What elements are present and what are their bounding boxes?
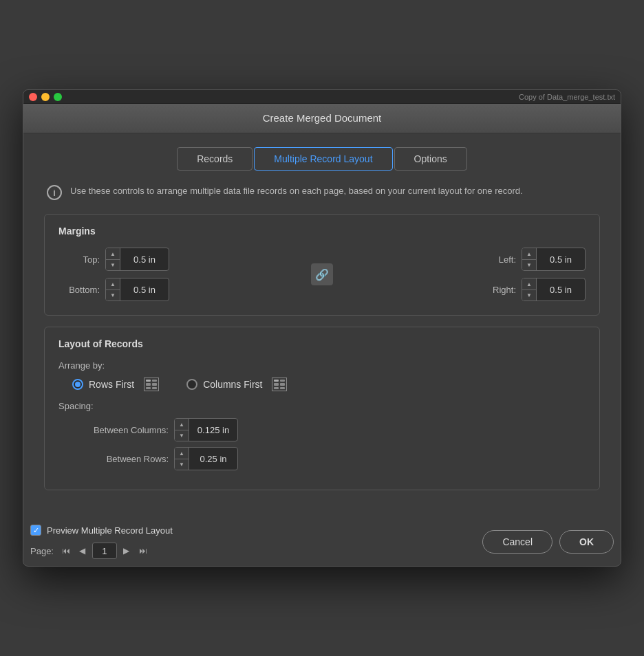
top-down-btn[interactable]: ▼ [106, 259, 120, 270]
info-icon: i [47, 185, 62, 200]
right-margin-row: Right: ▲ ▼ 0.5 in [475, 278, 586, 301]
dialog-content: Records Multiple Record Layout Options i… [23, 133, 621, 515]
between-rows-label: Between Rows: [72, 454, 169, 464]
last-page-btn[interactable]: ⏭ [136, 544, 150, 558]
maximize-button[interactable] [54, 93, 62, 101]
right-up-btn[interactable]: ▲ [522, 278, 536, 289]
top-spinner-buttons: ▲ ▼ [106, 248, 120, 270]
left-spinner: ▲ ▼ 0.5 in [522, 248, 586, 271]
between-columns-row: Between Columns: ▲ ▼ 0.125 in [58, 418, 586, 441]
minimize-button[interactable] [41, 93, 50, 101]
left-value: 0.5 in [537, 252, 585, 267]
bottom-label: Bottom: [58, 285, 100, 295]
margins-title: Margins [58, 226, 586, 237]
left-margin-row: Left: ▲ ▼ 0.5 in [475, 248, 586, 271]
between-rows-value: 0.25 in [189, 451, 237, 467]
close-button[interactable] [29, 93, 37, 101]
top-label: Top: [58, 254, 100, 265]
title-bar: Create Merged Document [23, 104, 621, 133]
layout-title: Layout of Records [58, 338, 586, 349]
margins-panel: Margins Top: ▲ ▼ 0.5 in [44, 214, 600, 316]
bottom-left: ✓ Preview Multiple Record Layout Page: ⏮… [30, 525, 173, 559]
left-spinner-buttons: ▲ ▼ [522, 248, 537, 270]
rows-first-icon [144, 378, 159, 391]
rows-first-option[interactable]: Rows First [72, 378, 159, 391]
columns-first-radio[interactable] [186, 379, 197, 390]
top-spinner: ▲ ▼ 0.5 in [105, 248, 169, 271]
bottom-controls: ✓ Preview Multiple Record Layout Page: ⏮… [23, 515, 621, 566]
between-rows-up-btn[interactable]: ▲ [175, 448, 189, 459]
between-columns-value: 0.125 in [189, 422, 237, 438]
layout-panel: Layout of Records Arrange by: Rows First [44, 327, 600, 490]
columns-first-option[interactable]: Columns First [186, 378, 287, 391]
spacing-label: Spacing: [58, 401, 586, 411]
margins-left: Top: ▲ ▼ 0.5 in Bottom: [58, 248, 169, 301]
preview-checkbox-row: ✓ Preview Multiple Record Layout [30, 525, 173, 536]
between-rows-row: Between Rows: ▲ ▼ 0.25 in [58, 447, 586, 470]
between-columns-down-btn[interactable]: ▼ [175, 430, 189, 441]
info-box: i Use these controls to arrange multiple… [44, 184, 600, 200]
right-spinner-buttons: ▲ ▼ [522, 278, 537, 300]
info-text: Use these controls to arrange multiple d… [70, 184, 523, 198]
margins-right: Left: ▲ ▼ 0.5 in Right: [475, 248, 586, 301]
bottom-spinner-buttons: ▲ ▼ [106, 278, 120, 300]
spacing-section: Spacing: Between Columns: ▲ ▼ 0.125 in B… [58, 401, 586, 470]
between-rows-spinner: ▲ ▼ 0.25 in [174, 447, 238, 470]
check-icon: ✓ [33, 527, 39, 534]
between-columns-label: Between Columns: [72, 425, 169, 435]
right-value: 0.5 in [537, 282, 585, 298]
dialog: Copy of Data_merge_test.txt Create Merge… [23, 89, 621, 567]
between-rows-down-btn[interactable]: ▼ [175, 459, 189, 470]
rows-first-radio-dot [75, 382, 80, 387]
bottom-spinner: ▲ ▼ 0.5 in [105, 278, 169, 301]
arrange-label: Arrange by: [58, 360, 586, 371]
rows-first-label: Rows First [89, 379, 134, 390]
right-down-btn[interactable]: ▼ [522, 289, 536, 300]
preview-label: Preview Multiple Record Layout [47, 525, 173, 536]
page-label: Page: [30, 546, 54, 556]
preview-checkbox[interactable]: ✓ [30, 525, 41, 536]
left-up-btn[interactable]: ▲ [522, 248, 536, 259]
prev-page-btn[interactable]: ◀ [76, 544, 89, 558]
top-value: 0.5 in [120, 252, 169, 267]
between-columns-up-btn[interactable]: ▲ [175, 419, 189, 430]
left-down-btn[interactable]: ▼ [522, 259, 536, 270]
tab-group: Records Multiple Record Layout Options [44, 147, 600, 171]
right-label: Right: [475, 285, 516, 295]
window-bar: Copy of Data_merge_test.txt [23, 90, 621, 104]
columns-first-label: Columns First [203, 379, 262, 390]
link-icon[interactable]: 🔗 [311, 263, 333, 285]
margins-grid: Top: ▲ ▼ 0.5 in Bottom: [58, 248, 586, 301]
cancel-button[interactable]: Cancel [482, 530, 552, 554]
tab-records[interactable]: Records [177, 147, 253, 171]
page-input[interactable] [92, 543, 117, 559]
ok-button[interactable]: OK [559, 530, 614, 554]
between-columns-spinner-buttons: ▲ ▼ [175, 419, 189, 441]
top-margin-row: Top: ▲ ▼ 0.5 in [58, 248, 169, 271]
arrange-radio-group: Rows First [58, 378, 586, 391]
right-spinner: ▲ ▼ 0.5 in [522, 278, 586, 301]
tab-options[interactable]: Options [394, 147, 467, 171]
rows-first-radio[interactable] [72, 379, 83, 390]
bottom-value: 0.5 in [120, 282, 169, 298]
button-group: Cancel OK [482, 530, 614, 554]
left-label: Left: [475, 254, 516, 265]
between-rows-spinner-buttons: ▲ ▼ [175, 448, 189, 470]
dialog-title: Create Merged Document [263, 112, 382, 124]
filename-bar: Copy of Data_merge_test.txt [66, 93, 615, 101]
arrange-section: Arrange by: Rows First [58, 360, 586, 391]
top-up-btn[interactable]: ▲ [106, 248, 120, 259]
bottom-margin-row: Bottom: ▲ ▼ 0.5 in [58, 278, 169, 301]
next-page-btn[interactable]: ▶ [120, 544, 133, 558]
bottom-down-btn[interactable]: ▼ [106, 289, 120, 300]
bottom-up-btn[interactable]: ▲ [106, 278, 120, 289]
tab-multiple-record-layout[interactable]: Multiple Record Layout [254, 147, 392, 171]
first-page-btn[interactable]: ⏮ [59, 544, 73, 558]
page-nav: Page: ⏮ ◀ ▶ ⏭ [30, 543, 173, 559]
between-columns-spinner: ▲ ▼ 0.125 in [174, 418, 238, 441]
columns-first-icon [272, 378, 287, 391]
